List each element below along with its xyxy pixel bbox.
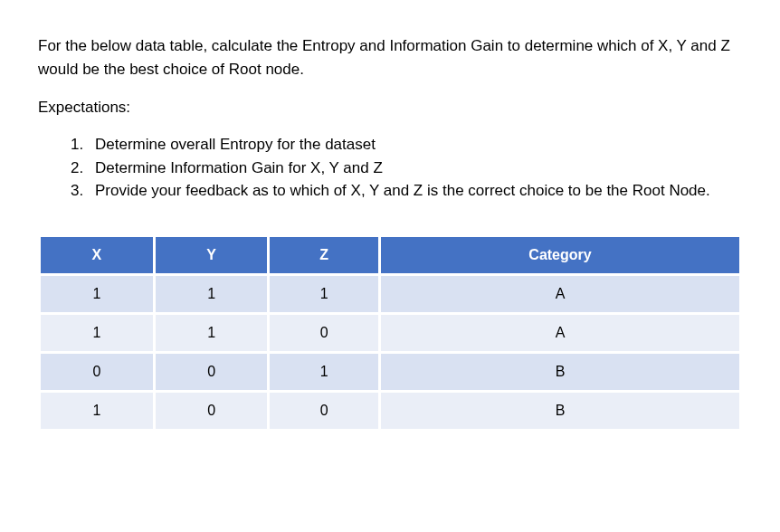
table-header-y: Y	[156, 237, 268, 273]
intro-paragraph: For the below data table, calculate the …	[38, 34, 742, 81]
table-cell: 1	[41, 315, 153, 351]
table-cell: B	[381, 354, 739, 390]
table-header-x: X	[41, 237, 153, 273]
table-header-z: Z	[270, 237, 378, 273]
table-cell: 1	[270, 276, 378, 312]
table-cell: 0	[156, 393, 268, 429]
table-cell: 0	[270, 393, 378, 429]
list-item: Determine Information Gain for X, Y and …	[88, 157, 742, 180]
table-cell: 0	[156, 354, 268, 390]
expectations-list: Determine overall Entropy for the datase…	[38, 133, 742, 203]
table-row: 1 1 1 A	[41, 276, 739, 312]
table-row: 0 0 1 B	[41, 354, 739, 390]
table-header-category: Category	[381, 237, 739, 273]
table-cell: 0	[270, 315, 378, 351]
table-cell: A	[381, 276, 739, 312]
table-header-row: X Y Z Category	[41, 237, 739, 273]
list-item: Determine overall Entropy for the datase…	[88, 133, 742, 157]
table-cell: A	[381, 315, 739, 351]
table-cell: 1	[156, 315, 268, 351]
table-cell: 1	[270, 354, 378, 390]
table-cell: 0	[41, 354, 153, 390]
expectations-label: Expectations:	[38, 99, 742, 117]
table-row: 1 1 0 A	[41, 315, 739, 351]
table-cell: 1	[41, 393, 153, 429]
table-cell: B	[381, 393, 739, 429]
table-row: 1 0 0 B	[41, 393, 739, 429]
data-table: X Y Z Category 1 1 1 A 1 1 0 A 0 0 1 B 1…	[38, 234, 742, 432]
table-cell: 1	[41, 276, 153, 312]
table-cell: 1	[156, 276, 268, 312]
list-item: Provide your feedback as to which of X, …	[88, 179, 742, 203]
